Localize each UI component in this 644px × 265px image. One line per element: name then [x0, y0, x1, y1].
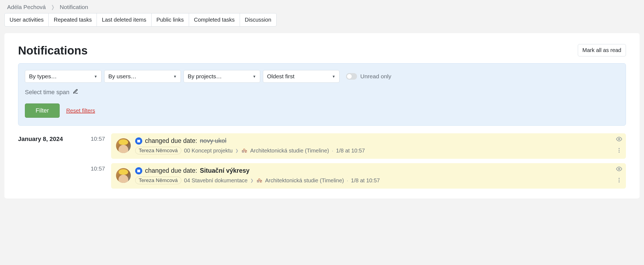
house-icon: 🏘️: [256, 177, 262, 183]
notification-item[interactable]: changed due date: Situační výkresy Terez…: [111, 163, 626, 189]
svg-point-13: [619, 178, 620, 179]
project-name[interactable]: 04 Stavební dokumentace: [184, 177, 248, 184]
more-icon[interactable]: [616, 177, 622, 185]
timeline-name[interactable]: Architektonická studie (Timeline): [265, 177, 344, 184]
breadcrumb-user[interactable]: Adéla Pechová: [7, 4, 46, 10]
tabs: User activities Repeated tasks Last dele…: [4, 13, 277, 27]
tab-public-links[interactable]: Public links: [151, 13, 189, 27]
separator-dot: ·: [332, 148, 333, 154]
timeline-name[interactable]: Architektonická studie (Timeline): [250, 148, 329, 154]
calendar-icon: [135, 167, 142, 174]
unread-only-toggle[interactable]: [346, 73, 357, 80]
svg-point-14: [619, 180, 620, 181]
svg-point-6: [619, 150, 620, 151]
notification-action: changed due date:: [145, 167, 197, 174]
reset-filters-link[interactable]: Reset filters: [66, 108, 95, 114]
chevron-down-icon: ▼: [332, 74, 335, 79]
notification-subject: novy ukol: [200, 137, 227, 145]
user-chip[interactable]: Tereza Němcová: [135, 177, 181, 184]
notification-time: 10:57: [89, 133, 111, 142]
svg-point-15: [619, 182, 620, 183]
chevron-right-icon: ❯: [51, 4, 54, 10]
house-icon: 🏘️: [241, 148, 247, 154]
chevron-right-icon: ❯: [235, 148, 239, 153]
notification-subject: Situační výkresy: [200, 167, 250, 174]
more-icon[interactable]: [616, 147, 622, 155]
filter-projects-label: By projects…: [188, 73, 222, 80]
filter-sort-select[interactable]: Oldest first ▼: [263, 70, 340, 83]
tab-discussion[interactable]: Discussion: [240, 13, 277, 27]
filter-projects-select[interactable]: By projects… ▼: [184, 70, 260, 83]
filter-button[interactable]: Filter: [25, 103, 60, 118]
svg-point-12: [618, 168, 620, 170]
chevron-down-icon: ▼: [173, 74, 177, 79]
filter-types-select[interactable]: By types… ▼: [25, 70, 101, 83]
tab-repeated-tasks[interactable]: Repeated tasks: [48, 13, 97, 27]
filter-users-select[interactable]: By users… ▼: [104, 70, 181, 83]
mark-all-read-button[interactable]: Mark all as read: [578, 44, 626, 56]
svg-point-7: [619, 152, 620, 153]
chevron-down-icon: ▼: [253, 74, 256, 79]
notification-timestamp: 1/8 at 10:57: [351, 177, 380, 184]
notification-list: January 8, 2024 10:57 changed due date: …: [18, 133, 626, 193]
eye-icon[interactable]: [616, 166, 622, 173]
breadcrumb: Adéla Pechová ❯ Notification: [7, 4, 640, 10]
chevron-right-icon: ❯: [250, 178, 254, 183]
tab-user-activities[interactable]: User activities: [4, 13, 49, 27]
tab-last-deleted[interactable]: Last deleted items: [97, 13, 151, 27]
unread-only-label: Unread only: [360, 73, 391, 80]
svg-rect-9: [137, 169, 140, 170]
filter-types-label: By types…: [29, 73, 57, 80]
user-chip[interactable]: Tereza Němcová: [135, 147, 181, 154]
page-title: Notifications: [18, 44, 88, 57]
avatar: [116, 138, 131, 153]
project-name[interactable]: 00 Koncept projektu: [184, 148, 233, 154]
svg-rect-1: [137, 140, 140, 140]
notification-timestamp: 1/8 at 10:57: [336, 148, 365, 154]
svg-point-5: [619, 148, 620, 149]
notification-item[interactable]: changed due date: novy ukol Tereza Němco…: [111, 133, 626, 159]
filter-sort-label: Oldest first: [267, 73, 294, 80]
breadcrumb-page: Notification: [60, 4, 88, 10]
notification-action: changed due date:: [145, 137, 197, 145]
eye-icon[interactable]: [616, 136, 622, 143]
tab-completed-tasks[interactable]: Completed tasks: [189, 13, 240, 27]
svg-point-4: [618, 138, 620, 140]
separator-dot: ·: [347, 177, 348, 184]
timespan-label: Select time span: [25, 89, 69, 96]
chevron-down-icon: ▼: [94, 74, 97, 79]
filter-users-label: By users…: [108, 73, 137, 80]
calendar-icon: [135, 137, 142, 145]
notification-time: 10:57: [89, 163, 111, 172]
pencil-icon[interactable]: [73, 89, 78, 96]
notifications-card: Notifications Mark all as read By types……: [4, 33, 640, 198]
date-group-label: January 8, 2024: [18, 133, 89, 143]
avatar: [116, 168, 131, 183]
filter-panel: By types… ▼ By users… ▼ By projects… ▼ O…: [18, 63, 626, 126]
